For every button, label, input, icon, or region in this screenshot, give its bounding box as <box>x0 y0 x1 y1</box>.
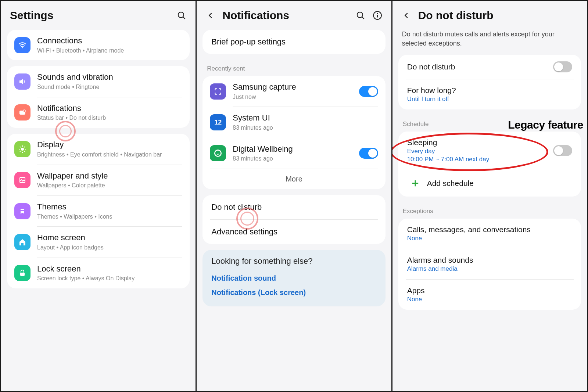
svg-point-20 <box>377 13 378 14</box>
home-icon <box>14 234 31 250</box>
back-icon[interactable] <box>205 10 216 21</box>
toggle-switch[interactable] <box>359 86 378 97</box>
advanced-settings-row[interactable]: Advanced settings <box>202 220 385 244</box>
display-icon <box>14 141 31 157</box>
search-icon[interactable] <box>355 10 366 21</box>
row-sub: None <box>407 235 572 242</box>
svg-line-12 <box>20 151 21 152</box>
exception-calls-row[interactable]: Calls, messages, and conversations None <box>398 219 581 249</box>
schedule-card: Sleeping Every day 10:00 PM ~ 7:00 AM ne… <box>398 132 581 197</box>
page-title: Do not disturb <box>418 9 578 22</box>
svg-line-10 <box>20 147 21 147</box>
row-title: Sleeping <box>407 138 547 147</box>
exceptions-label: Exceptions <box>392 202 587 217</box>
dnd-main-card: Do not disturb For how long? Until I tur… <box>398 55 581 109</box>
other-settings-card: Do not disturb Advanced settings <box>202 195 385 244</box>
exception-apps-row[interactable]: Apps None <box>398 280 581 310</box>
svg-point-16 <box>357 12 362 18</box>
dnd-panel: Do not disturb Do not disturb mutes call… <box>392 1 587 391</box>
wallpaper-icon <box>14 172 31 188</box>
svg-point-4 <box>23 110 25 112</box>
settings-row-homescreen[interactable]: Home screen Layout • App icon badges <box>7 227 190 257</box>
dnd-toggle-row[interactable]: Do not disturb <box>398 55 581 79</box>
toggle-switch[interactable] <box>359 148 378 159</box>
settings-panel: Settings Connections Wi-Fi • Bluetooth •… <box>1 1 197 391</box>
brief-card: Brief pop-up settings <box>202 30 385 54</box>
row-sub: 83 minutes ago <box>233 124 378 132</box>
row-sub1: Every day <box>407 148 547 155</box>
brief-popup-settings[interactable]: Brief pop-up settings <box>202 30 385 54</box>
row-title: Sounds and vibration <box>37 72 182 83</box>
more-button[interactable]: More <box>202 169 385 189</box>
themes-icon <box>14 203 31 219</box>
exception-alarms-row[interactable]: Alarms and sounds Alarms and media <box>398 249 581 279</box>
settings-row-connections[interactable]: Connections Wi-Fi • Bluetooth • Airplane… <box>7 30 190 60</box>
svg-line-1 <box>183 17 185 19</box>
settings-group-3: Display Brightness • Eye comfort shield … <box>7 134 190 288</box>
suggest-link-lockscreen[interactable]: Notifications (Lock screen) <box>211 285 376 300</box>
row-title: Alarms and sounds <box>407 256 572 265</box>
row-title: For how long? <box>407 86 572 95</box>
row-sub: Brightness • Eye comfort shield • Naviga… <box>37 151 182 159</box>
settings-row-wallpaper[interactable]: Wallpaper and style Wallpapers • Color p… <box>7 165 190 195</box>
svg-line-11 <box>24 151 25 152</box>
settings-row-lockscreen[interactable]: Lock screen Screen lock type • Always On… <box>7 258 190 288</box>
settings-group-2: Sounds and vibration Sound mode • Ringto… <box>7 66 190 128</box>
page-title: Settings <box>10 9 170 22</box>
row-title: Display <box>37 140 182 150</box>
settings-group-1: Connections Wi-Fi • Bluetooth • Airplane… <box>7 30 190 60</box>
do-not-disturb-row[interactable]: Do not disturb <box>202 195 385 219</box>
settings-row-sounds[interactable]: Sounds and vibration Sound mode • Ringto… <box>7 66 190 97</box>
row-sub: 83 minutes ago <box>233 155 352 163</box>
sound-icon <box>14 73 31 90</box>
search-icon[interactable] <box>176 10 187 21</box>
row-sub: Just now <box>233 93 352 101</box>
back-icon[interactable] <box>401 10 412 21</box>
row-title: Digital Wellbeing <box>233 144 352 155</box>
row-title: Samsung capture <box>233 82 352 93</box>
svg-point-5 <box>21 148 24 151</box>
row-sub: Wallpapers • Color palette <box>37 182 182 190</box>
recent-app-digital-wellbeing[interactable]: Digital Wellbeing 83 minutes ago <box>202 138 385 169</box>
row-title: Home screen <box>37 233 182 243</box>
svg-line-13 <box>24 147 25 147</box>
settings-row-notifications[interactable]: Notifications Status bar • Do not distur… <box>7 97 190 128</box>
toggle-switch[interactable] <box>553 61 572 72</box>
legacy-feature-label: Legacy feature <box>508 119 583 131</box>
notification-icon <box>14 104 31 121</box>
suggest-link-sound[interactable]: Notification sound <box>211 271 376 285</box>
plus-icon <box>407 175 423 191</box>
recently-sent-label: Recently sent <box>197 60 391 75</box>
row-title: System UI <box>233 113 378 123</box>
toggle-switch[interactable] <box>553 145 572 156</box>
sleeping-schedule-row[interactable]: Sleeping Every day 10:00 PM ~ 7:00 AM ne… <box>398 132 581 170</box>
recent-app-samsung-capture[interactable]: Samsung capture Just now <box>202 76 385 107</box>
row-title: Connections <box>37 36 182 46</box>
row-title: Calls, messages, and conversations <box>407 225 572 234</box>
add-schedule-row[interactable]: Add schedule <box>398 170 581 197</box>
looking-for-card: Looking for something else? Notification… <box>202 250 385 306</box>
svg-point-21 <box>215 150 221 157</box>
settings-row-themes[interactable]: Themes Themes • Wallpapers • Icons <box>7 196 190 226</box>
row-sub: Until I turn it off <box>407 96 572 103</box>
looking-for-title: Looking for something else? <box>211 256 376 266</box>
row-sub: Themes • Wallpapers • Icons <box>37 213 182 221</box>
capture-icon <box>210 83 226 100</box>
row-sub: Sound mode • Ringtone <box>37 83 182 91</box>
row-title: Do not disturb <box>407 62 547 71</box>
recent-app-system-ui[interactable]: 12 System UI 83 minutes ago <box>202 107 385 137</box>
row-sub: Status bar • Do not disturb <box>37 114 182 122</box>
for-how-long-row[interactable]: For how long? Until I turn it off <box>398 79 581 109</box>
settings-row-display[interactable]: Display Brightness • Eye comfort shield … <box>7 134 190 164</box>
row-sub: Layout • App icon badges <box>37 244 182 252</box>
row-title: Notifications <box>37 103 182 114</box>
row-sub: Alarms and media <box>407 265 572 273</box>
row-title: Lock screen <box>37 264 182 274</box>
row-sub: None <box>407 296 572 303</box>
page-title: Notifications <box>222 9 348 22</box>
svg-rect-15 <box>20 273 25 276</box>
info-icon[interactable] <box>372 10 383 21</box>
row-sub2: 10:00 PM ~ 7:00 AM next day <box>407 156 547 163</box>
settings-header: Settings <box>1 1 196 30</box>
recently-sent-card: Samsung capture Just now 12 System UI 83… <box>202 76 385 189</box>
